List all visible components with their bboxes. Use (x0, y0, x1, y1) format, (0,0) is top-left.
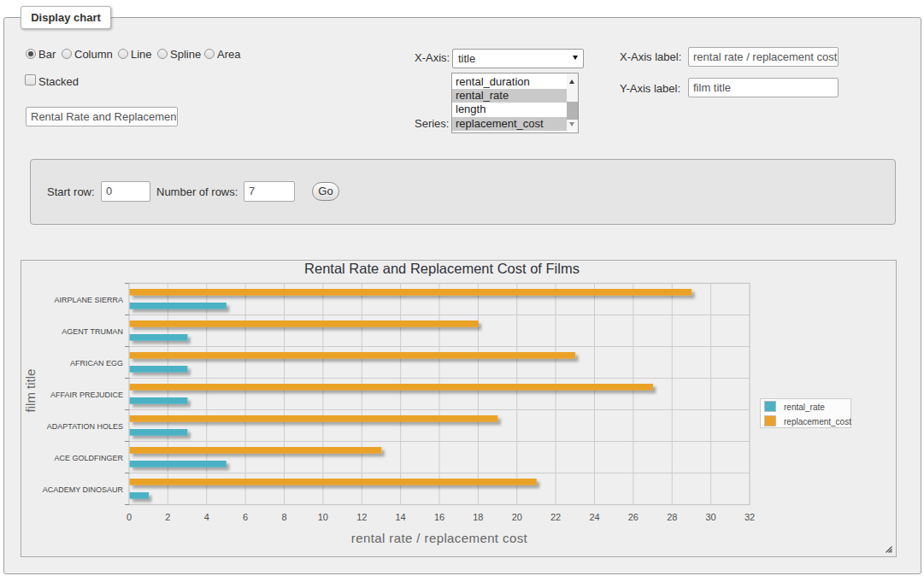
svg-text:AGENT TRUMAN: AGENT TRUMAN (62, 327, 123, 336)
svg-text:AIRPLANE SIERRA: AIRPLANE SIERRA (54, 296, 123, 304)
svg-text:8: 8 (281, 512, 286, 522)
svg-text:28: 28 (667, 512, 677, 522)
svg-text:2: 2 (165, 512, 170, 522)
svg-text:Rental Rate and Replacement Co: Rental Rate and Replacement Cost of Film… (304, 261, 580, 276)
svg-text:30: 30 (705, 512, 715, 522)
svg-text:24: 24 (589, 512, 599, 522)
svg-text:ACE GOLDFINGER: ACE GOLDFINGER (54, 454, 123, 462)
svg-text:6: 6 (243, 512, 248, 522)
svg-text:ACADEMY DINOSAUR: ACADEMY DINOSAUR (43, 485, 124, 494)
svg-text:replacement_cost: replacement_cost (784, 417, 851, 426)
svg-text:22: 22 (550, 512, 561, 522)
svg-text:0: 0 (127, 512, 132, 522)
svg-text:12: 12 (356, 512, 367, 522)
svg-text:ADAPTATION HOLES: ADAPTATION HOLES (47, 422, 123, 431)
svg-text:AFRICAN EGG: AFRICAN EGG (70, 359, 123, 367)
svg-text:AFFAIR PREJUDICE: AFFAIR PREJUDICE (50, 391, 123, 399)
svg-text:rental rate / replacement cost: rental rate / replacement cost (351, 531, 528, 545)
svg-text:16: 16 (434, 512, 444, 522)
svg-text:10: 10 (318, 512, 328, 522)
svg-text:32: 32 (744, 512, 755, 522)
svg-text:14: 14 (395, 512, 405, 522)
svg-text:rental_rate: rental_rate (784, 403, 825, 412)
svg-text:18: 18 (473, 512, 483, 522)
svg-text:4: 4 (204, 512, 209, 522)
svg-text:20: 20 (512, 512, 522, 522)
svg-text:26: 26 (628, 512, 639, 522)
svg-text:film title: film title (23, 369, 38, 413)
